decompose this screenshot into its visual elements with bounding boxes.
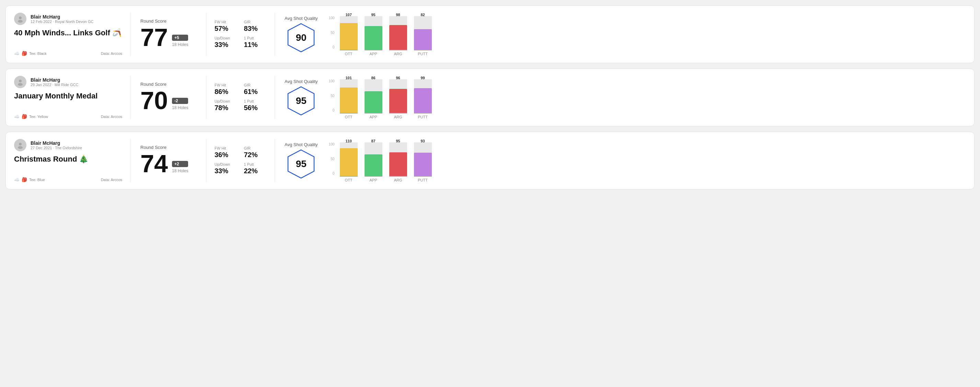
score-section: Round Score 74 +2 18 Holes [131, 139, 206, 182]
fw-hit-value: 86% [215, 88, 237, 96]
right-section: Avg Shot Quality 95 100 50 0 [275, 139, 966, 182]
gir-label: GIR [244, 146, 267, 150]
bar-x-label: APP [370, 178, 377, 182]
y-axis-0: 0 [332, 171, 335, 175]
bar-x-label: OTT [345, 52, 353, 56]
holes-label: 18 Holes [172, 42, 188, 47]
one-putt-value: 22% [244, 167, 267, 175]
one-putt-stat: 1 Putt 56% [244, 99, 267, 112]
gir-stat: GIR 61% [244, 83, 267, 96]
bar-col-app: 87 APP [364, 139, 382, 182]
quality-label: Avg Shot Quality [285, 79, 318, 84]
user-meta: 12 Feb 2022 · Royal North Devon GC [30, 19, 93, 24]
user-info: Blair McHarg 12 Feb 2022 · Royal North D… [14, 13, 122, 25]
tee-label: Tee: Blue [29, 178, 45, 182]
stats-grid: FW Hit 36% GIR 72% Up/Down 33% 1 Putt 22… [215, 146, 266, 175]
tee-label: Tee: Black [29, 51, 47, 56]
data-source: Data: Arccos [101, 178, 122, 182]
bar-x-label: PUTT [418, 178, 428, 182]
round-card-round-3: Blair McHarg 27 Dec 2021 · The Oxfordshi… [5, 132, 975, 189]
y-axis-50: 50 [331, 31, 334, 35]
round-score-label: Round Score [140, 145, 196, 150]
tee-label: Tee: Yellow [29, 114, 48, 119]
fw-hit-stat: FW Hit 57% [215, 20, 237, 33]
svg-point-3 [19, 79, 22, 82]
fw-hit-stat: FW Hit 86% [215, 83, 237, 96]
bar-col-app: 95 APP [364, 13, 382, 56]
holes-label: 18 Holes [172, 105, 188, 110]
score-number: 74 [140, 151, 168, 176]
hexagon-container: 90 [286, 22, 317, 53]
up-down-label: Up/Down [215, 162, 237, 167]
score-number: 70 [140, 88, 168, 113]
y-axis-100: 100 [329, 143, 335, 146]
svg-point-1 [18, 20, 23, 23]
bar-chart-wrap: 100 50 0 110 OTT 87 [329, 139, 966, 182]
tee-left: ☁️ 🎒 Tee: Black [14, 51, 47, 56]
right-section: Avg Shot Quality 90 100 50 0 [275, 13, 966, 56]
tee-info: ☁️ 🎒 Tee: Black Data: Arccos [14, 51, 122, 56]
holes-label: 18 Holes [172, 168, 188, 173]
user-meta: 27 Dec 2021 · The Oxfordshire [30, 146, 82, 150]
y-axis-100: 100 [329, 16, 335, 20]
bar-x-label: PUTT [418, 115, 428, 119]
up-down-stat: Up/Down 33% [215, 162, 237, 175]
user-details: Blair McHarg 29 Jan 2022 · Mill Ride GCC [30, 77, 78, 87]
score-diff-badge: +5 [172, 35, 188, 41]
y-axis-100: 100 [329, 79, 335, 83]
score-row: 70 -2 18 Holes [140, 88, 196, 113]
gir-label: GIR [244, 20, 267, 24]
left-section: Blair McHarg 29 Jan 2022 · Mill Ride GCC… [14, 76, 131, 119]
stats-grid: FW Hit 86% GIR 61% Up/Down 78% 1 Putt 56… [215, 83, 266, 112]
bar-col-ott: 101 OTT [340, 76, 358, 119]
weather-icon: ☁️ [14, 51, 19, 56]
round-score-label: Round Score [140, 19, 196, 24]
bag-icon: 🎒 [22, 177, 27, 182]
bar-x-label: ARG [394, 115, 402, 119]
quality-number: 90 [296, 32, 307, 43]
fw-hit-label: FW Hit [215, 83, 237, 87]
stats-section: FW Hit 36% GIR 72% Up/Down 33% 1 Putt 22… [206, 139, 275, 182]
one-putt-value: 56% [244, 104, 267, 112]
avatar [14, 13, 26, 25]
user-info: Blair McHarg 27 Dec 2021 · The Oxfordshi… [14, 139, 122, 151]
score-badge-wrap: -2 18 Holes [172, 98, 188, 113]
tee-info: ☁️ 🎒 Tee: Yellow Data: Arccos [14, 114, 122, 119]
score-section: Round Score 77 +5 18 Holes [131, 13, 206, 56]
gir-stat: GIR 72% [244, 146, 267, 159]
user-details: Blair McHarg 12 Feb 2022 · Royal North D… [30, 14, 93, 24]
one-putt-stat: 1 Putt 11% [244, 36, 267, 49]
score-row: 74 +2 18 Holes [140, 151, 196, 176]
quality-wrap: Avg Shot Quality 95 [285, 79, 318, 116]
bar-x-label: APP [370, 115, 377, 119]
round-title: Christmas Round 🎄 [14, 155, 122, 163]
up-down-value: 33% [215, 41, 237, 49]
bar-col-arg: 96 ARG [389, 76, 407, 119]
stats-section: FW Hit 57% GIR 83% Up/Down 33% 1 Putt 11… [206, 13, 275, 56]
round-card-round-1: Blair McHarg 12 Feb 2022 · Royal North D… [5, 5, 975, 63]
bag-icon: 🎒 [22, 51, 27, 56]
user-meta: 29 Jan 2022 · Mill Ride GCC [30, 82, 78, 87]
svg-point-6 [19, 143, 22, 146]
bar-x-label: APP [370, 52, 377, 56]
fw-hit-label: FW Hit [215, 20, 237, 24]
left-section: Blair McHarg 27 Dec 2021 · The Oxfordshi… [14, 139, 131, 182]
bar-x-label: PUTT [418, 52, 428, 56]
left-section: Blair McHarg 12 Feb 2022 · Royal North D… [14, 13, 131, 56]
score-row: 77 +5 18 Holes [140, 25, 196, 50]
bar-col-arg: 98 ARG [389, 13, 407, 56]
gir-stat: GIR 83% [244, 20, 267, 33]
gir-label: GIR [244, 83, 267, 87]
quality-number: 95 [296, 159, 307, 170]
svg-point-4 [18, 83, 23, 86]
user-name: Blair McHarg [30, 140, 82, 146]
fw-hit-value: 36% [215, 151, 237, 159]
fw-hit-stat: FW Hit 36% [215, 146, 237, 159]
bar-x-label: ARG [394, 52, 402, 56]
round-card-round-2: Blair McHarg 29 Jan 2022 · Mill Ride GCC… [5, 68, 975, 126]
bar-col-putt: 93 PUTT [414, 139, 432, 182]
y-axis-50: 50 [331, 157, 334, 161]
data-source: Data: Arccos [101, 51, 122, 56]
y-axis-50: 50 [331, 94, 334, 98]
bar-col-ott: 107 OTT [340, 13, 358, 56]
